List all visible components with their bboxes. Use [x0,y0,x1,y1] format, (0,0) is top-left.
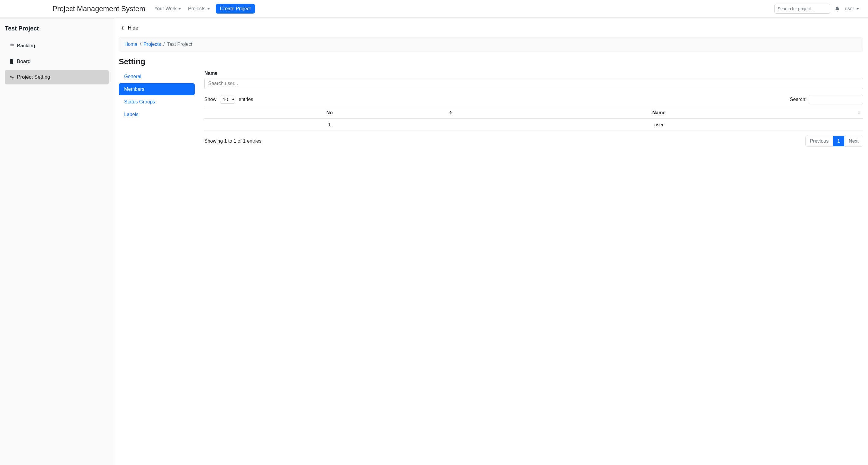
clipboard-icon [9,59,17,64]
top-navbar: Project Management System Your Work Proj… [0,0,868,18]
tab-members[interactable]: Members [119,83,195,95]
sort-icon [858,111,860,115]
breadcrumb-home[interactable]: Home [124,41,137,47]
sort-icon [450,111,452,115]
sidebar-item-board[interactable]: Board [5,54,109,69]
nav-projects-label: Projects [188,6,206,11]
chevron-down-icon [179,8,181,10]
sidebar-item-project-setting[interactable]: Project Setting [5,70,109,84]
project-sidebar: Test Project Backlog Board Project Setti… [0,18,114,465]
table-row: 1 user [204,119,863,131]
members-table: No Name 1 user [204,107,863,131]
chevron-down-icon [207,8,210,10]
nav-projects[interactable]: Projects [186,4,212,14]
global-search-input[interactable] [774,4,830,13]
notifications-button[interactable] [835,6,840,11]
app-brand[interactable]: Project Management System [53,4,145,13]
user-menu-label: user [845,6,854,11]
search-user-input[interactable] [204,78,863,89]
page-prev-button[interactable]: Previous [806,136,833,146]
sidebar-project-name: Test Project [5,25,109,32]
members-pane: Name Show 10 entries Search: [195,70,863,147]
table-info: Showing 1 to 1 of 1 entries [204,138,261,144]
breadcrumb-projects[interactable]: Projects [144,41,161,47]
cell-name: user [455,119,863,131]
page-1-button[interactable]: 1 [833,136,844,146]
show-label: Show [204,97,216,102]
name-field-label: Name [204,70,863,76]
tab-status-groups[interactable]: Status Groups [119,96,195,108]
hide-sidebar-toggle[interactable]: Hide [119,25,863,31]
bell-icon [835,6,840,11]
sidebar-item-label: Board [17,58,30,64]
breadcrumb-separator: / [140,41,141,47]
page-length-select[interactable]: 10 [220,95,235,104]
breadcrumb-separator: / [163,41,164,47]
breadcrumb: Home / Projects / Test Project [119,37,863,52]
sidebar-item-label: Project Setting [17,74,50,80]
setting-tabs: General Members Status Groups Labels [119,70,195,147]
nav-your-work[interactable]: Your Work [152,4,183,14]
breadcrumb-current: Test Project [167,41,192,47]
col-header-name[interactable]: Name [455,107,863,119]
hide-toggle-label: Hide [128,25,138,31]
list-icon [9,43,17,49]
page-next-button[interactable]: Next [844,136,863,146]
nav-your-work-label: Your Work [154,6,177,11]
pagination: Previous 1 Next [805,136,863,147]
sidebar-item-backlog[interactable]: Backlog [5,38,109,53]
chevron-left-icon [121,26,125,30]
table-search-input[interactable] [809,95,863,104]
tab-general[interactable]: General [119,70,195,83]
gears-icon [9,75,17,80]
cell-no: 1 [204,119,455,131]
chevron-down-icon [857,8,859,10]
main-content: Hide Home / Projects / Test Project Sett… [114,18,868,465]
col-header-no[interactable]: No [204,107,455,119]
tab-labels[interactable]: Labels [119,109,195,121]
sidebar-item-label: Backlog [17,43,35,49]
table-search-label: Search: [790,97,807,102]
length-select-wrap: 10 [218,95,237,104]
create-project-button[interactable]: Create Project [216,4,255,13]
page-title: Setting [119,57,863,66]
entries-label: entries [239,97,253,102]
user-menu[interactable]: user [843,6,861,11]
